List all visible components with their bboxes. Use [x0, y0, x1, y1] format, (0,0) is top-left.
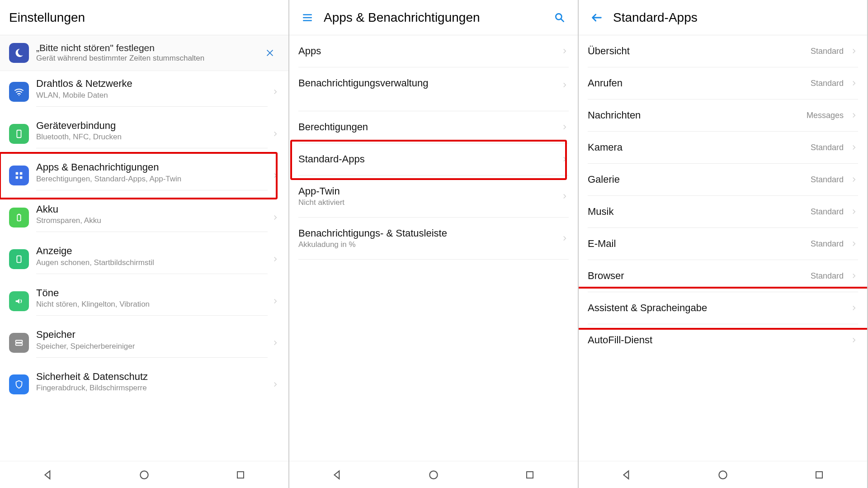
- chevron-right-icon: [271, 297, 279, 305]
- nav-home[interactable]: [705, 466, 741, 484]
- chevron-right-icon: [271, 339, 279, 347]
- battery-icon: [9, 208, 29, 227]
- row-value: Standard: [811, 175, 844, 185]
- settings-item-storage[interactable]: SpeicherSpeicher, Speicherbereiniger: [0, 322, 288, 364]
- item-notification-statusbar[interactable]: Benachrichtigungs- & StatusleisteAkkulad…: [289, 218, 578, 260]
- row-subtitle: Nicht stören, Klingelton, Vibration: [36, 300, 268, 309]
- chevron-right-icon: [850, 47, 858, 55]
- dnd-banner[interactable]: „Bitte nicht stören" festlegen Gerät wäh…: [0, 35, 288, 71]
- chevron-right-icon: [271, 380, 279, 389]
- nav-back[interactable]: [609, 466, 645, 484]
- nav-recent[interactable]: [801, 466, 837, 484]
- svg-rect-14: [527, 472, 533, 478]
- nav-bar: [0, 461, 288, 488]
- back-icon[interactable]: [588, 9, 606, 27]
- chevron-right-icon: [561, 47, 569, 55]
- item-email[interactable]: E-MailStandard: [579, 228, 867, 260]
- nav-bar: [289, 461, 578, 488]
- sound-icon: [9, 291, 29, 311]
- chevron-right-icon: [561, 123, 569, 131]
- settings-item-sound[interactable]: TöneNicht stören, Klingelton, Vibration: [0, 280, 288, 322]
- item-default-apps[interactable]: Standard-Apps: [289, 143, 578, 175]
- apps-content: Apps Benachrichtigungsverwaltung Berecht…: [289, 35, 578, 461]
- header: Apps & Benachrichtigungen: [289, 0, 578, 35]
- item-phone[interactable]: AnrufenStandard: [579, 67, 867, 99]
- chevron-right-icon: [271, 88, 279, 96]
- row-subtitle: Speicher, Speicherbereiniger: [36, 342, 268, 351]
- row-subtitle: Bluetooth, NFC, Drucken: [36, 133, 268, 142]
- chevron-right-icon: [561, 155, 569, 163]
- row-title: Benachrichtigungs- & Statusleiste: [298, 227, 557, 239]
- item-apps[interactable]: Apps: [289, 35, 578, 67]
- chevron-right-icon: [850, 111, 858, 119]
- nav-home[interactable]: [415, 466, 452, 484]
- item-overview[interactable]: ÜbersichtStandard: [579, 35, 867, 67]
- row-value: Standard: [811, 271, 844, 281]
- row-subtitle: Nicht aktiviert: [298, 198, 557, 207]
- nav-recent[interactable]: [222, 466, 259, 484]
- chevron-right-icon: [271, 171, 279, 180]
- moon-icon: [9, 43, 29, 63]
- header: Einstellungen: [0, 0, 288, 35]
- nav-recent[interactable]: [512, 466, 548, 484]
- settings-item-display[interactable]: AnzeigeAugen schonen, Startbildschirmsti…: [0, 238, 288, 280]
- item-notification-management[interactable]: Benachrichtigungsverwaltung: [289, 67, 578, 111]
- chevron-right-icon: [850, 304, 858, 312]
- settings-panel: Einstellungen „Bitte nicht stören" festl…: [0, 0, 289, 488]
- row-title: Speicher: [36, 328, 268, 341]
- banner-title: „Bitte nicht stören" festlegen: [36, 43, 260, 53]
- settings-item-security[interactable]: Sicherheit & DatenschutzFingerabdruck, B…: [0, 364, 288, 406]
- row-title: Apps: [298, 45, 557, 57]
- svg-rect-6: [18, 214, 20, 215]
- row-title: Anzeige: [36, 245, 268, 257]
- row-title: Berechtigungen: [298, 121, 557, 133]
- display-icon: [9, 249, 29, 269]
- nav-back[interactable]: [319, 466, 355, 484]
- close-icon[interactable]: [260, 46, 279, 60]
- row-title: E-Mail: [588, 238, 811, 250]
- row-title: Kamera: [588, 142, 811, 153]
- row-title: Galerie: [588, 174, 811, 185]
- settings-item-battery[interactable]: AkkuStromsparen, Akku: [0, 197, 288, 239]
- chevron-right-icon: [561, 234, 569, 242]
- banner-subtitle: Gerät während bestimmter Zeiten stummsch…: [36, 53, 260, 63]
- shield-icon: [9, 374, 29, 394]
- row-title: Geräteverbindung: [36, 119, 268, 132]
- chevron-right-icon: [561, 81, 569, 89]
- nav-back[interactable]: [30, 466, 66, 484]
- default-apps-panel: Standard-Apps ÜbersichtStandard AnrufenS…: [579, 0, 868, 488]
- settings-item-apps-notifications[interactable]: Apps & BenachrichtigungenBerechtigungen,…: [0, 155, 288, 197]
- settings-item-wireless[interactable]: Drahtlos & NetzwerkeWLAN, Mobile Daten: [0, 71, 288, 113]
- row-title: Nachrichten: [588, 109, 807, 121]
- banner-text: „Bitte nicht stören" festlegen Gerät wäh…: [36, 43, 260, 63]
- item-app-twin[interactable]: App-TwinNicht aktiviert: [289, 175, 578, 218]
- header: Standard-Apps: [579, 0, 867, 35]
- svg-rect-5: [17, 214, 20, 221]
- row-subtitle: Augen schonen, Startbildschirmstil: [36, 258, 268, 267]
- item-messages[interactable]: NachrichtenMessages: [579, 99, 867, 132]
- item-music[interactable]: MusikStandard: [579, 196, 867, 228]
- settings-item-device-connection[interactable]: GeräteverbindungBluetooth, NFC, Drucken: [0, 113, 288, 155]
- row-title: App-Twin: [298, 185, 557, 197]
- search-icon[interactable]: [551, 9, 569, 27]
- row-title: Übersicht: [588, 45, 811, 57]
- item-camera[interactable]: KameraStandard: [579, 132, 867, 164]
- nav-bar: [579, 461, 867, 488]
- apps-notifications-panel: Apps & Benachrichtigungen Apps Benachric…: [289, 0, 579, 488]
- menu-icon[interactable]: [298, 9, 316, 27]
- item-permissions[interactable]: Berechtigungen: [289, 111, 578, 143]
- chevron-right-icon: [850, 272, 858, 280]
- item-gallery[interactable]: GalerieStandard: [579, 164, 867, 196]
- item-browser[interactable]: BrowserStandard: [579, 260, 867, 292]
- row-title: Apps & Benachrichtigungen: [36, 161, 268, 174]
- row-subtitle: WLAN, Mobile Daten: [36, 91, 268, 100]
- row-title: Browser: [588, 270, 811, 282]
- chevron-right-icon: [271, 130, 279, 138]
- page-title: Standard-Apps: [613, 10, 858, 25]
- nav-home[interactable]: [126, 466, 162, 484]
- item-autofill[interactable]: AutoFill-Dienst: [579, 324, 867, 356]
- item-assistant-voice[interactable]: Assistent & Spracheingabe: [579, 292, 867, 324]
- svg-rect-0: [17, 130, 21, 138]
- row-value: Messages: [807, 111, 844, 120]
- settings-content: „Bitte nicht stören" festlegen Gerät wäh…: [0, 35, 288, 461]
